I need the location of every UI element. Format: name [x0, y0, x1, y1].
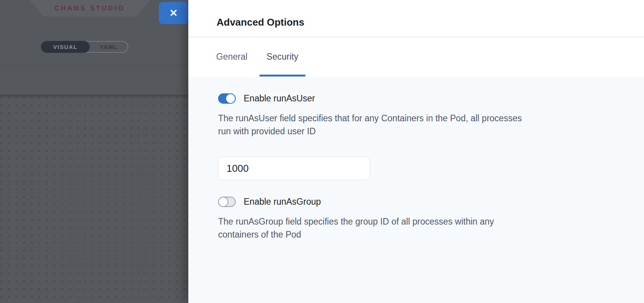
close-icon: ✕ — [170, 8, 178, 18]
run-as-user-input[interactable] — [218, 156, 370, 180]
tab-general-label: General — [216, 52, 248, 62]
chaos-studio-backdrop: CHAOS STUDIO VISUAL YAML — [0, 0, 188, 303]
toggle-knob — [218, 197, 228, 207]
visual-toggle-option[interactable]: VISUAL — [41, 41, 90, 53]
run-as-user-toggle[interactable] — [218, 93, 236, 104]
run-as-user-description: The runAsUser field specifies that for a… — [218, 112, 596, 138]
chaos-studio-ribbon-label: CHAOS STUDIO — [55, 5, 125, 12]
run-as-group-toggle[interactable] — [218, 197, 236, 207]
drawer-tabs: General Security — [188, 37, 644, 77]
toggle-knob — [225, 93, 236, 104]
yaml-toggle-option[interactable]: YAML — [90, 42, 128, 52]
run-as-group-toggle-label: Enable runAsGroup — [244, 197, 321, 207]
drawer-header: Advanced Options — [188, 0, 644, 37]
close-drawer-button[interactable]: ✕ — [159, 2, 188, 24]
run-as-user-toggle-label: Enable runAsUser — [244, 93, 315, 104]
advanced-options-drawer: Advanced Options General Security Enable… — [188, 0, 644, 303]
run-as-group-description: The runAsGroup field specifies the group… — [218, 215, 596, 241]
chaos-studio-ribbon: CHAOS STUDIO — [29, 0, 150, 16]
tab-general[interactable]: General — [209, 37, 255, 77]
security-tab-content: Enable runAsUser The runAsUser field spe… — [188, 77, 644, 303]
experiment-canvas-dot-grid — [0, 95, 188, 303]
run-as-group-toggle-row: Enable runAsGroup — [218, 197, 613, 207]
toolbar-divider — [0, 65, 188, 65]
drawer-title: Advanced Options — [217, 16, 304, 28]
tab-security-label: Security — [267, 52, 298, 62]
run-as-user-toggle-row: Enable runAsUser — [218, 93, 613, 104]
tab-security[interactable]: Security — [259, 37, 306, 77]
active-tab-underline — [259, 75, 306, 77]
visual-yaml-toggle: VISUAL YAML — [41, 41, 128, 53]
